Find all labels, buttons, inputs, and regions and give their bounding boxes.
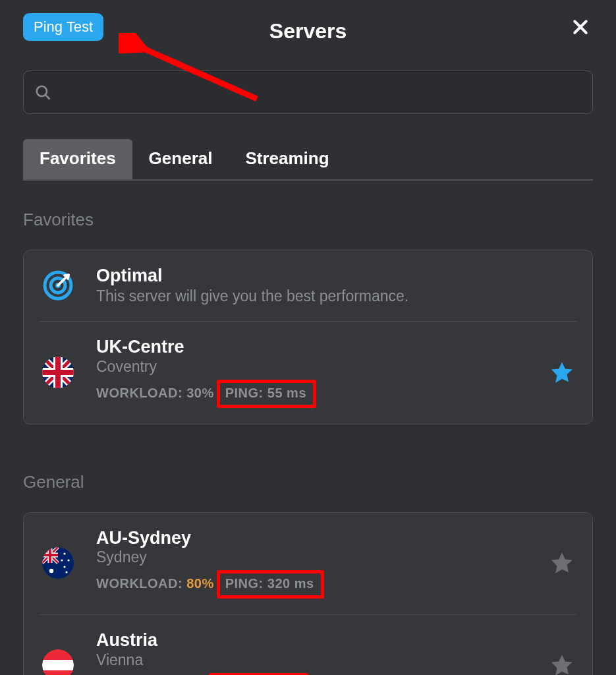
star-icon: [549, 359, 575, 386]
tab-general[interactable]: General: [132, 139, 229, 179]
favorites-list: Optimal This server will give you the be…: [23, 250, 593, 425]
header-bar: Ping Test Servers: [23, 13, 593, 49]
server-body: Optimal This server will give you the be…: [96, 265, 576, 305]
general-list: AU-Sydney Sydney WORKLOAD: 80% PING: 320…: [23, 512, 593, 675]
favorite-toggle[interactable]: [547, 548, 576, 577]
target-icon: [40, 267, 76, 304]
svg-point-17: [61, 559, 63, 561]
svg-line-4: [45, 95, 49, 99]
server-city: Vienna: [96, 651, 538, 669]
search-container: [23, 71, 593, 114]
flag-au-icon: [40, 544, 76, 581]
section-label-general: General: [23, 472, 593, 492]
server-desc: This server will give you the best perfo…: [96, 287, 576, 305]
server-name: UK-Centre: [96, 336, 538, 357]
section-label-favorites: Favorites: [23, 210, 593, 230]
workload-value: 80%: [186, 576, 214, 591]
close-button[interactable]: [568, 15, 593, 40]
server-city: Coventry: [96, 358, 538, 376]
server-name: Austria: [96, 630, 538, 651]
server-body: UK-Centre Coventry WORKLOAD: 30% PING: 5…: [96, 336, 538, 407]
flag-at-icon: [40, 647, 76, 675]
server-city: Sydney: [96, 548, 538, 566]
flag-uk-icon: [40, 354, 76, 391]
svg-point-14: [63, 552, 65, 554]
ping-label: PING:: [225, 386, 264, 400]
tab-streaming[interactable]: Streaming: [229, 139, 345, 179]
star-icon: [549, 652, 575, 675]
ping-label: PING:: [225, 576, 264, 591]
ping-highlight: PING: 55 ms: [217, 380, 316, 408]
favorite-toggle[interactable]: [547, 358, 576, 387]
close-icon: [571, 17, 590, 37]
server-stats: WORKLOAD: 5% PING: 65 ms: [96, 673, 538, 675]
svg-point-15: [67, 559, 69, 561]
svg-point-16: [63, 566, 65, 568]
ping-test-button[interactable]: Ping Test: [23, 13, 103, 41]
workload-value: 30%: [186, 386, 214, 401]
server-row-au-sydney[interactable]: AU-Sydney Sydney WORKLOAD: 80% PING: 320…: [40, 513, 576, 614]
ping-highlight: PING: 320 ms: [217, 570, 324, 599]
server-row-optimal[interactable]: Optimal This server will give you the be…: [40, 250, 576, 321]
tabs: Favorites General Streaming: [23, 139, 593, 181]
svg-rect-22: [42, 670, 74, 675]
server-body: Austria Vienna WORKLOAD: 5% PING: 65 ms: [96, 630, 538, 675]
svg-rect-20: [42, 649, 74, 660]
server-name: AU-Sydney: [96, 527, 538, 548]
star-icon: [549, 550, 575, 576]
workload-label: WORKLOAD:: [96, 576, 182, 591]
ping-highlight: PING: 65 ms: [209, 673, 308, 675]
server-name: Optimal: [96, 265, 576, 286]
server-stats: WORKLOAD: 80% PING: 320 ms: [96, 570, 538, 599]
server-stats: WORKLOAD: 30% PING: 55 ms: [96, 380, 538, 408]
search-input[interactable]: [61, 85, 582, 100]
server-row-uk-centre[interactable]: UK-Centre Coventry WORKLOAD: 30% PING: 5…: [40, 321, 576, 423]
svg-point-13: [49, 569, 53, 573]
ping-value: 55 ms: [267, 386, 306, 400]
workload-label: WORKLOAD:: [96, 386, 182, 401]
svg-rect-21: [42, 660, 74, 670]
tab-favorites[interactable]: Favorites: [23, 139, 132, 179]
search-field[interactable]: [23, 71, 593, 114]
server-body: AU-Sydney Sydney WORKLOAD: 80% PING: 320…: [96, 527, 538, 599]
search-icon: [34, 84, 51, 101]
svg-point-18: [65, 571, 67, 573]
ping-value: 320 ms: [267, 576, 314, 591]
servers-panel: Ping Test Servers Favorites General Stre…: [0, 0, 616, 675]
page-title: Servers: [269, 19, 347, 44]
favorite-toggle[interactable]: [547, 651, 576, 675]
server-row-austria[interactable]: Austria Vienna WORKLOAD: 5% PING: 65 ms: [40, 614, 576, 675]
